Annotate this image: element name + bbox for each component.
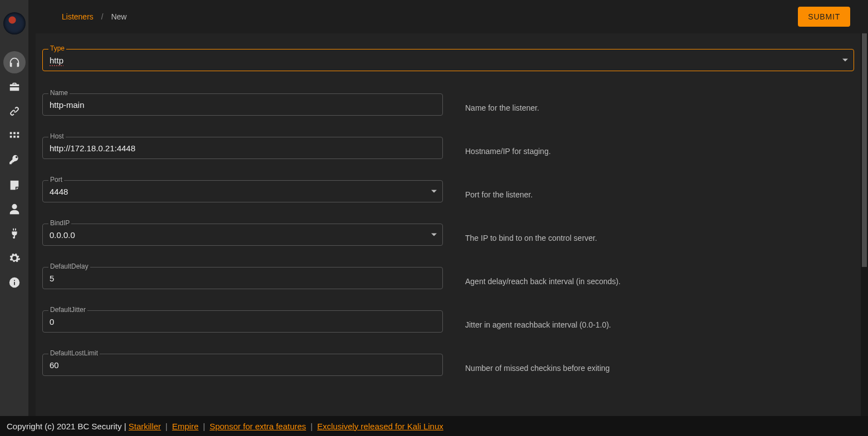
grid-icon [8, 130, 21, 142]
note-icon [8, 179, 21, 191]
chevron-down-icon [431, 190, 437, 193]
footer-link-sponsor-for-extra-features[interactable]: Sponsor for extra features [210, 422, 306, 431]
name-description: Name for the listener. [465, 97, 539, 112]
sidebar-item-modules[interactable] [3, 125, 26, 147]
host-description: Hostname/IP for staging. [465, 140, 551, 156]
defaultjitter-description: Jitter in agent reachback interval (0.0-… [465, 314, 611, 329]
type-select[interactable]: Type http [42, 49, 854, 71]
field-row-defaultjitter: DefaultJitter0Jitter in agent reachback … [42, 310, 854, 333]
port-value: 4448 [50, 181, 425, 202]
chevron-down-icon [431, 234, 437, 236]
field-row-host: Hosthttp://172.18.0.21:4448Hostname/IP f… [42, 137, 854, 159]
defaultdelay-input[interactable]: DefaultDelay5 [42, 267, 443, 289]
form-panel: Type http Namehttp-mainName for the list… [36, 33, 861, 416]
link-icon [8, 105, 21, 117]
breadcrumb-separator: / [101, 12, 103, 21]
defaultlostlimit-description: Number of missed checkins before exiting [465, 357, 610, 373]
footer-link-exclusively-released-for-kali-linux[interactable]: Exclusively released for Kali Linux [317, 422, 443, 431]
sidebar-item-listeners[interactable] [3, 51, 26, 73]
bindip-select[interactable]: BindIP0.0.0.0 [42, 224, 443, 246]
field-row-name: Namehttp-mainName for the listener. [42, 93, 854, 116]
breadcrumb-current: New [111, 12, 127, 21]
name-value: http-main [50, 94, 425, 115]
sidebar-item-settings[interactable] [3, 247, 26, 269]
field-row-bindip: BindIP0.0.0.0The IP to bind to on the co… [42, 224, 854, 246]
port-description: Port for the listener. [465, 184, 532, 199]
footer-separator: | [165, 422, 167, 431]
sidebar-item-users[interactable] [3, 198, 26, 220]
sidebar [0, 0, 28, 436]
submit-button[interactable]: SUBMIT [798, 7, 850, 27]
app-logo [3, 12, 26, 34]
sidebar-item-plugins[interactable] [3, 222, 26, 245]
scrollbar-track[interactable] [861, 33, 868, 416]
breadcrumb: Listeners / New [62, 12, 127, 21]
sidebar-item-agents[interactable] [3, 100, 26, 122]
footer: Copyright (c) 2021 BC Security | Starkil… [0, 416, 868, 436]
chevron-down-icon [842, 59, 848, 62]
info-icon [8, 276, 21, 289]
footer-link-starkiller[interactable]: Starkiller [129, 422, 161, 431]
footer-copyright: Copyright (c) 2021 BC Security | [7, 422, 129, 431]
type-value: http [50, 49, 836, 71]
name-input[interactable]: Namehttp-main [42, 93, 443, 116]
sidebar-item-reporting[interactable] [3, 174, 26, 196]
defaultjitter-input[interactable]: DefaultJitter0 [42, 310, 443, 333]
defaultjitter-value: 0 [50, 311, 425, 332]
user-icon [8, 203, 21, 215]
sidebar-item-credentials[interactable] [3, 149, 26, 171]
bindip-value: 0.0.0.0 [50, 224, 425, 245]
briefcase-icon [8, 81, 21, 93]
defaultlostlimit-value: 60 [50, 354, 425, 375]
bindip-description: The IP to bind to on the control server. [465, 227, 597, 242]
defaultlostlimit-input[interactable]: DefaultLostLimit60 [42, 354, 443, 376]
footer-separator: | [310, 422, 313, 431]
content-area: Type http Namehttp-mainName for the list… [28, 33, 868, 416]
footer-separator: | [203, 422, 205, 431]
defaultdelay-value: 5 [50, 267, 425, 289]
key-icon [8, 154, 21, 166]
footer-link-empire[interactable]: Empire [172, 422, 199, 431]
plug-icon [8, 227, 21, 240]
host-value: http://172.18.0.21:4448 [50, 137, 425, 158]
scrollbar-thumb[interactable] [862, 33, 867, 267]
field-row-port: Port4448Port for the listener. [42, 180, 854, 202]
field-row-defaultlostlimit: DefaultLostLimit60Number of missed check… [42, 354, 854, 376]
defaultdelay-description: Agent delay/reach back interval (in seco… [465, 270, 620, 286]
gear-icon [8, 252, 21, 264]
topbar: Listeners / New SUBMIT [28, 0, 868, 33]
breadcrumb-listeners[interactable]: Listeners [62, 12, 93, 21]
sidebar-item-stagers[interactable] [3, 76, 26, 98]
port-select[interactable]: Port4448 [42, 180, 443, 202]
headphones-icon [8, 56, 21, 68]
sidebar-item-about[interactable] [3, 271, 26, 294]
field-row-defaultdelay: DefaultDelay5Agent delay/reach back inte… [42, 267, 854, 289]
host-input[interactable]: Hosthttp://172.18.0.21:4448 [42, 137, 443, 159]
